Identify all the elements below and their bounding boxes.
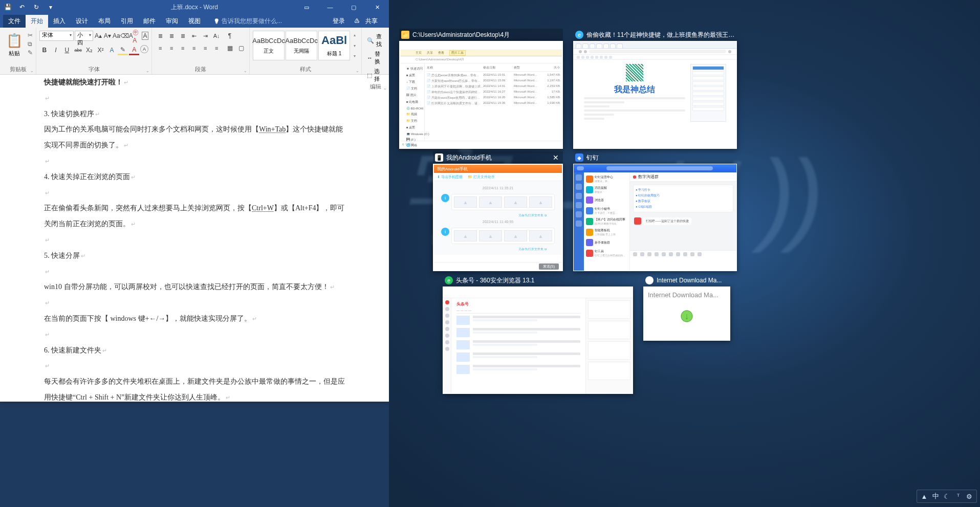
tray-night-icon[interactable]: ☾ (943, 493, 951, 500)
font-family-select[interactable]: 宋体 (39, 31, 74, 41)
tile-title: 我的Android手机 (446, 153, 548, 162)
tray-tool-icon[interactable]: ᵀ (954, 493, 962, 500)
cut-button[interactable]: ✂ (28, 32, 33, 39)
tab-mailings[interactable]: 邮件 (138, 15, 161, 28)
dingding-thumbnail: 钉钉运营中心请重试，并...消息提醒新版本浏览器钉钉小秘书打卡进行，不要忘...… (573, 164, 737, 271)
numbering-button[interactable]: ≣ (166, 31, 177, 41)
idm-icon: ⬇ (645, 276, 654, 284)
increase-indent-button[interactable]: ⇥ (200, 31, 210, 41)
tray-ime-icon[interactable]: 中 (931, 492, 940, 501)
tile-close-button[interactable]: ✕ (551, 152, 561, 163)
group-paragraph-label: 段落 (155, 65, 246, 74)
group-editing: 🔍查找 ↔替换 ⬚选择 编辑 (362, 28, 389, 74)
taskview-tile-2345browser[interactable]: e 偷偷收藏！11个超神快捷键，做上班摸鱼界的最强王者！ - 2345加速浏览器… (573, 29, 737, 149)
bold-button[interactable]: B (39, 45, 50, 55)
shading-button[interactable]: ▦ (225, 43, 235, 53)
borders-button[interactable]: ▢ (236, 43, 246, 53)
format-painter-button[interactable]: ✎ (28, 49, 33, 56)
shrink-font-button[interactable]: A▾ (103, 31, 112, 41)
styles-more-icon[interactable]: ▾ (351, 54, 358, 58)
tab-insert[interactable]: 插入 (48, 15, 71, 28)
tab-file[interactable]: 文件 (3, 15, 26, 28)
align-justify-button[interactable]: ≡ (189, 43, 199, 53)
phonetic-guide-button[interactable]: ㊥ A (133, 31, 141, 41)
login-link[interactable]: 登录 (329, 15, 349, 28)
tray-expand-icon[interactable]: ▲ (920, 493, 928, 500)
show-marks-button[interactable]: ¶ (225, 31, 235, 41)
quick-access-toolbar: 💾 ↶ ↻ ▾ (0, 3, 55, 12)
bullets-button[interactable]: ≣ (155, 31, 165, 41)
styles-scroll-down-icon[interactable]: ▾ (351, 43, 358, 48)
italic-button[interactable]: I (51, 45, 61, 55)
undo-icon[interactable]: ↶ (17, 3, 27, 12)
char-border-button[interactable]: A (142, 32, 148, 40)
grow-font-button[interactable]: A▴ (94, 31, 102, 41)
group-clipboard: 📋 粘贴 ✂ ⧉ ✎ 剪贴板 (0, 28, 36, 74)
save-icon[interactable]: 💾 (3, 3, 12, 12)
taskview-tile-android[interactable]: 📱 我的Android手机 ✕ 我的Android手机 ⬇ 导出手机图册 📁 打… (433, 151, 563, 271)
tell-me-input[interactable]: 告诉我您想要做什么... (213, 17, 282, 26)
font-size-select[interactable]: 小四 (75, 31, 93, 41)
select-button[interactable]: ⬚选择 (365, 68, 386, 83)
window-title: 上班.docx - Word (171, 3, 218, 12)
ribbon-options-icon[interactable]: ▭ (295, 0, 318, 14)
taskview-tile-idm[interactable]: ⬇ Internet Download Ma... Internet Downl… (643, 274, 730, 341)
clear-format-button[interactable]: ⌫A (121, 31, 132, 41)
browser-2345-icon: e (575, 31, 583, 39)
style-normal[interactable]: AaBbCcDc 正文 (253, 31, 285, 60)
decrease-indent-button[interactable]: ⇤ (189, 31, 199, 41)
enclose-char-button[interactable]: A (140, 45, 148, 53)
minimize-button[interactable]: — (318, 0, 342, 14)
tab-design[interactable]: 设计 (71, 15, 93, 28)
strike-button[interactable]: abc (73, 45, 83, 55)
taskview-tile-explorer[interactable]: 📁 C:\Users\Administrator\Desktop\4月 主页 共… (399, 29, 563, 149)
paste-button[interactable]: 📋 粘贴 (3, 31, 26, 59)
sort-button[interactable]: A↓ (211, 31, 222, 41)
styles-scroll-up-icon[interactable]: ▴ (351, 33, 358, 37)
subscript-button[interactable]: X₂ (84, 45, 95, 55)
taskview-tile-360browser[interactable]: e 头条号 - 360安全浏览器 13.1 头条号 — — — — (443, 274, 633, 394)
change-case-button[interactable]: Aa (113, 31, 121, 41)
share-button[interactable]: ♹ 共享 (350, 15, 386, 28)
style-heading-1[interactable]: AaBl 标题 1 (318, 31, 350, 60)
text-effects-button[interactable]: A (106, 45, 117, 55)
ribbon: 📋 粘贴 ✂ ⧉ ✎ 剪贴板 宋体 小四 A▴ A▾ Aa (0, 28, 389, 75)
copy-button[interactable]: ⧉ (28, 40, 33, 48)
replace-icon: ↔ (367, 55, 373, 61)
system-tray: ▲ 中 ☾ ᵀ ⚙ (917, 490, 977, 503)
redo-icon[interactable]: ↻ (32, 3, 41, 12)
tab-home[interactable]: 开始 (26, 15, 48, 28)
tab-layout[interactable]: 布局 (93, 15, 116, 28)
word-window: 💾 ↶ ↻ ▾ 上班.docx - Word ▭ — ▢ ✕ 文件 开始 插入 … (0, 0, 389, 402)
window-controls: ▭ — ▢ ✕ (295, 0, 389, 14)
taskview-tile-dingding[interactable]: ◆ 钉钉 钉钉运营中心请重试，并...消息提醒新版本浏览器钉钉小秘书打卡进行，不… (573, 151, 737, 271)
tab-references[interactable]: 引用 (116, 15, 138, 28)
align-right-button[interactable]: ≡ (178, 43, 188, 53)
group-editing-label: 编辑 (365, 83, 386, 92)
tile-title: 头条号 - 360安全浏览器 13.1 (456, 276, 631, 285)
line-spacing-button[interactable]: ≡ (211, 43, 222, 53)
tab-review[interactable]: 审阅 (161, 15, 183, 28)
tab-view[interactable]: 视图 (183, 15, 206, 28)
document-area[interactable]: 快捷键就能快速打开啦！ 3. 快速切换程序 因为工作的关系电脑可能会同时打来多个… (0, 75, 389, 402)
idm-thumbnail: Internet Download Ma... (643, 286, 730, 341)
tile-title: C:\Users\Administrator\Desktop\4月 (412, 31, 561, 39)
maximize-button[interactable]: ▢ (342, 0, 365, 14)
underline-button[interactable]: U (62, 45, 72, 55)
tray-settings-icon[interactable]: ⚙ (965, 493, 973, 500)
group-styles-label: 样式 (253, 65, 358, 74)
group-styles: AaBbCcDc 正文 AaBbCcDc 无间隔 AaBl 标题 1 ▴ ▾ (250, 28, 362, 74)
qat-customize-icon[interactable]: ▾ (46, 3, 55, 12)
align-distributed-button[interactable]: ≡ (200, 43, 210, 53)
close-button[interactable]: ✕ (365, 0, 389, 14)
highlight-button[interactable]: ✎ (118, 45, 128, 55)
multilevel-button[interactable]: ≣ (178, 31, 188, 41)
font-color-button[interactable]: A (129, 45, 139, 55)
replace-button[interactable]: ↔替换 (365, 50, 386, 65)
find-button[interactable]: 🔍查找 (365, 33, 386, 48)
align-center-button[interactable]: ≡ (166, 43, 177, 53)
superscript-button[interactable]: X² (96, 45, 106, 55)
style-no-spacing[interactable]: AaBbCcDc 无间隔 (286, 31, 317, 60)
android-app-icon: 📱 (435, 153, 443, 162)
align-left-button[interactable]: ≡ (155, 43, 165, 53)
